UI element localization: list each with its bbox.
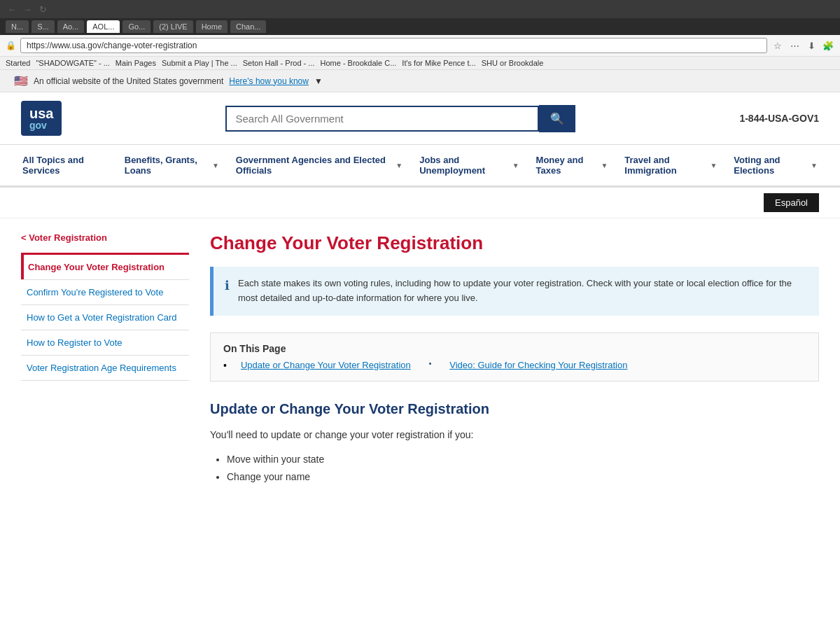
download-icon[interactable]: ⬇ <box>805 39 818 52</box>
info-box: ℹ Each state makes its own voting rules,… <box>210 267 819 316</box>
nav-item-topics[interactable]: All Topics and Services <box>14 145 116 188</box>
sidebar-back-link[interactable]: < Voter Registration <box>21 232 189 243</box>
on-this-page-links: • Update or Change Your Voter Registrati… <box>223 360 806 371</box>
section-intro: You'll need to update or change your vot… <box>210 427 819 442</box>
nav-label-topics: All Topics and Services <box>22 155 108 176</box>
search-button[interactable]: 🔍 <box>539 105 575 132</box>
bookmark-shadowgate[interactable]: "SHADOWGATE" - ... <box>36 59 109 67</box>
sidebar-nav: Change Your Voter Registration Confirm Y… <box>21 253 189 381</box>
lock-icon: 🔒 <box>6 41 16 50</box>
nav-arrow-benefits: ▼ <box>212 162 219 169</box>
browser-tab-1[interactable]: N... <box>6 20 29 33</box>
address-bar[interactable]: https://www.usa.gov/change-voter-registr… <box>20 38 767 53</box>
espanol-button[interactable]: Español <box>764 193 819 212</box>
nav-item-jobs[interactable]: Jobs and Unemployment ▼ <box>411 145 527 188</box>
sidebar-item-card[interactable]: How to Get a Voter Registration Card <box>21 305 189 330</box>
bookmark-seton[interactable]: Seton Hall - Prod - ... <box>243 59 315 67</box>
nav-list: All Topics and Services Benefits, Grants… <box>14 145 826 186</box>
bookmark-mainpages[interactable]: Main Pages <box>115 59 156 67</box>
info-icon: ℹ <box>225 278 230 293</box>
sidebar-item-change[interactable]: Change Your Voter Registration <box>21 255 189 280</box>
bookmark-submit[interactable]: Submit a Play | The ... <box>162 59 237 67</box>
nav-label-voting: Voting and Elections <box>734 155 807 176</box>
browser-chrome: ← → ↻ <box>0 0 840 18</box>
on-this-page-link-1[interactable]: Update or Change Your Voter Registration <box>241 360 411 370</box>
page-title: Change Your Voter Registration <box>210 232 819 254</box>
back-icon[interactable]: ← <box>6 3 18 15</box>
nav-label-government: Government Agencies and Elected Official… <box>236 155 393 176</box>
bullet-dot-2: • <box>429 360 432 368</box>
forward-icon[interactable]: → <box>21 3 34 15</box>
sidebar-item-register[interactable]: How to Register to Vote <box>21 330 189 356</box>
nav-arrow-travel: ▼ <box>710 162 717 169</box>
bookmarks-bar: Started "SHADOWGATE" - ... Main Pages Su… <box>0 57 840 70</box>
browser-tab-3[interactable]: Ao... <box>57 20 85 33</box>
logo-box: usa gov <box>21 101 62 136</box>
bookmark-pence[interactable]: It's for Mike Pence t... <box>402 59 475 67</box>
section-title: Update or Change Your Voter Registration <box>210 401 819 417</box>
on-this-page-heading: On This Page <box>223 343 806 354</box>
address-bar-row: 🔒 https://www.usa.gov/change-voter-regis… <box>0 35 840 57</box>
sidebar-link-card[interactable]: How to Get a Voter Registration Card <box>21 305 189 330</box>
sidebar-item-confirm[interactable]: Confirm You're Registered to Vote <box>21 280 189 305</box>
bookmark-started[interactable]: Started <box>6 59 30 67</box>
search-container: 🔍 <box>225 105 575 132</box>
bookmark-icon[interactable]: ☆ <box>771 39 784 52</box>
nav-item-benefits[interactable]: Benefits, Grants, Loans ▼ <box>116 145 227 188</box>
extensions-icon[interactable]: 🧩 <box>822 39 834 52</box>
browser-toolbar: ← → ↻ <box>6 3 49 15</box>
sidebar-link-register[interactable]: How to Register to Vote <box>21 330 189 355</box>
browser-tab-8[interactable]: Chan... <box>230 20 266 33</box>
logo[interactable]: usa gov <box>21 101 62 136</box>
browser-tab-5[interactable]: Go... <box>122 20 150 33</box>
main-content: Change Your Voter Registration ℹ Each st… <box>210 232 819 493</box>
flag-icon: 🇺🇸 <box>14 74 28 88</box>
content-area: < Voter Registration Change Your Voter R… <box>0 218 840 507</box>
sidebar: < Voter Registration Change Your Voter R… <box>21 232 189 493</box>
on-this-page-link-2[interactable]: Video: Guide for Checking Your Registrat… <box>449 360 627 370</box>
nav-arrow-money: ▼ <box>601 162 608 169</box>
gov-banner-link[interactable]: Here's how you know <box>229 76 309 86</box>
sidebar-item-age[interactable]: Voter Registration Age Requirements <box>21 356 189 381</box>
site-header: usa gov 🔍 1-844-USA-GOV1 <box>0 92 840 145</box>
list-item-1: Move within your state <box>227 451 819 468</box>
nav-item-travel[interactable]: Travel and Immigration ▼ <box>616 145 725 188</box>
menu-icon[interactable]: ⋯ <box>788 39 801 52</box>
nav-label-benefits: Benefits, Grants, Loans <box>125 155 209 176</box>
nav-arrow-jobs: ▼ <box>512 162 519 169</box>
nav-item-government[interactable]: Government Agencies and Elected Official… <box>227 145 411 188</box>
nav-label-money: Money and Taxes <box>536 155 598 176</box>
browser-tab-6[interactable]: (2) LIVE <box>153 20 192 33</box>
browser-tab-active[interactable]: AOL... <box>87 20 120 33</box>
browser-tab-bar: N... S... Ao... AOL... Go... (2) LIVE Ho… <box>0 18 840 35</box>
logo-usa: usa <box>29 106 53 121</box>
bookmark-home[interactable]: Home - Brookdale C... <box>321 59 397 67</box>
browser-tab-7[interactable]: Home <box>196 20 227 33</box>
on-this-page-box: On This Page • Update or Change Your Vot… <box>210 332 819 382</box>
bullet-list: Move within your state Change your name <box>210 451 819 486</box>
nav-label-jobs: Jobs and Unemployment <box>419 155 508 176</box>
nav-item-money[interactable]: Money and Taxes ▼ <box>528 145 617 188</box>
gov-banner-arrow: ▼ <box>314 76 323 86</box>
url-text: https://www.usa.gov/change-voter-registr… <box>27 41 761 50</box>
info-box-text: Each state makes its own voting rules, i… <box>238 276 808 306</box>
sidebar-link-confirm[interactable]: Confirm You're Registered to Vote <box>21 280 189 304</box>
search-input[interactable] <box>225 106 539 132</box>
browser-tab-2[interactable]: S... <box>31 20 55 33</box>
bullet-dot-1: • <box>223 360 227 371</box>
bookmark-shu[interactable]: SHU or Brookdale <box>482 59 544 67</box>
logo-gov: gov <box>29 120 53 130</box>
list-item-2: Change your name <box>227 468 819 486</box>
nav-item-voting[interactable]: Voting and Elections ▼ <box>725 145 826 188</box>
refresh-icon[interactable]: ↻ <box>36 3 49 15</box>
nav-label-travel: Travel and Immigration <box>624 155 706 176</box>
sidebar-link-age[interactable]: Voter Registration Age Requirements <box>21 356 189 380</box>
main-nav: All Topics and Services Benefits, Grants… <box>0 145 840 188</box>
gov-banner-text: An official website of the United States… <box>34 76 223 86</box>
nav-arrow-voting: ▼ <box>811 162 818 169</box>
sidebar-link-change[interactable]: Change Your Voter Registration <box>21 255 189 279</box>
espanol-bar: Español <box>0 188 840 218</box>
gov-banner: 🇺🇸 An official website of the United Sta… <box>0 70 840 92</box>
phone-number: 1-844-USA-GOV1 <box>739 113 819 124</box>
nav-arrow-government: ▼ <box>396 162 402 169</box>
